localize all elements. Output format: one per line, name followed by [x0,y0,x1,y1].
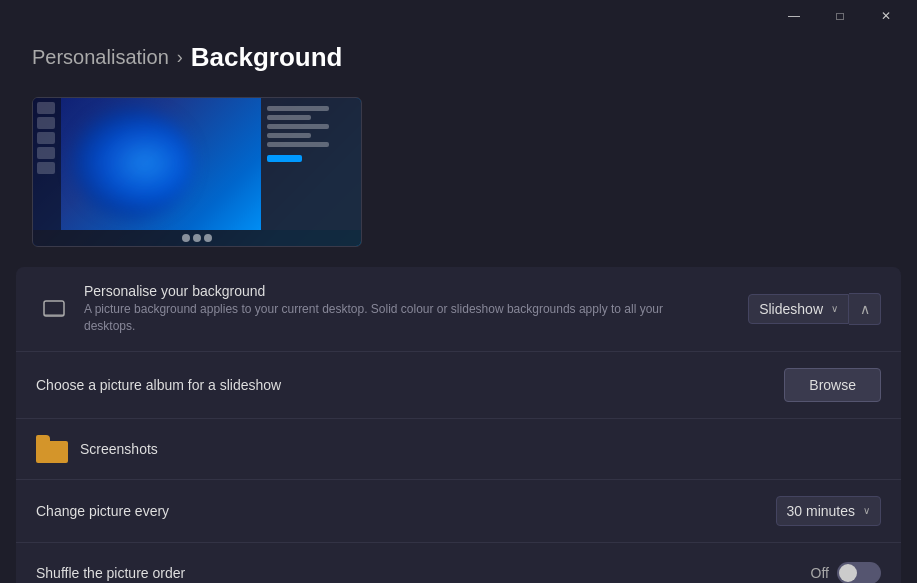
minimize-button[interactable]: — [771,0,817,32]
dropdown-chevron-icon: ∨ [831,303,838,314]
settings-area: Personalise your background A picture ba… [16,267,901,583]
personalise-desc: A picture background applies to your cur… [84,301,664,335]
settings-panel-preview [261,98,361,230]
desktop-preview [32,97,362,247]
taskbar-dot-1 [182,234,190,242]
title-bar: — □ ✕ [0,0,917,32]
change-interval-value: 30 minutes [787,503,855,519]
svg-rect-0 [44,301,64,316]
breadcrumb-parent[interactable]: Personalisation [32,46,169,69]
shuffle-toggle[interactable] [837,562,881,583]
shuffle-row: Shuffle the picture order Off [16,543,901,583]
preview-icon-3 [37,132,55,144]
panel-button-preview [267,155,302,162]
change-picture-row: Change picture every 30 minutes ∨ [16,480,901,543]
personalise-row: Personalise your background A picture ba… [16,267,901,352]
folder-body [36,441,68,463]
preview-icon-4 [37,147,55,159]
change-picture-control: 30 minutes ∨ [776,496,881,526]
shuffle-off-label: Off [811,565,829,581]
background-type-dropdown[interactable]: Slideshow ∨ [748,294,849,324]
folder-icon [36,435,68,463]
dropdown-value: Slideshow [759,301,823,317]
breadcrumb-chevron-icon: › [177,47,183,68]
browse-button[interactable]: Browse [784,368,881,402]
change-interval-dropdown[interactable]: 30 minutes ∨ [776,496,881,526]
taskbar-dot-2 [193,234,201,242]
panel-line-1 [267,106,329,111]
close-button[interactable]: ✕ [863,0,909,32]
change-interval-chevron-icon: ∨ [863,505,870,516]
folder-row: Screenshots [16,419,901,480]
maximize-button[interactable]: □ [817,0,863,32]
choose-album-text: Choose a picture album for a slideshow [36,377,784,393]
breadcrumb-current: Background [191,42,343,73]
folder-name: Screenshots [80,441,881,457]
panel-line-5 [267,142,329,147]
folder-text: Screenshots [80,441,881,457]
shuffle-text: Shuffle the picture order [36,565,811,581]
personalise-text: Personalise your background A picture ba… [84,283,748,335]
expand-button[interactable]: ∧ [849,293,881,325]
personalise-title: Personalise your background [84,283,748,299]
personalise-control: Slideshow ∨ ∧ [748,293,881,325]
choose-album-title: Choose a picture album for a slideshow [36,377,784,393]
svg-rect-1 [44,314,64,316]
taskbar-dot-3 [204,234,212,242]
shuffle-title: Shuffle the picture order [36,565,811,581]
toggle-knob [839,564,857,582]
background-icon [36,291,72,327]
panel-line-4 [267,133,311,138]
browse-control: Browse [784,368,881,402]
panel-line-3 [267,124,329,129]
preview-container [0,97,917,267]
breadcrumb: Personalisation › Background [0,32,917,97]
preview-taskbar [33,230,361,246]
wallpaper-swirl [73,108,193,218]
choose-album-row: Choose a picture album for a slideshow B… [16,352,901,419]
shuffle-control: Off [811,562,881,583]
preview-icon-5 [37,162,55,174]
preview-icon-1 [37,102,55,114]
change-picture-text: Change picture every [36,503,776,519]
preview-icon-2 [37,117,55,129]
change-picture-title: Change picture every [36,503,776,519]
panel-line-2 [267,115,311,120]
